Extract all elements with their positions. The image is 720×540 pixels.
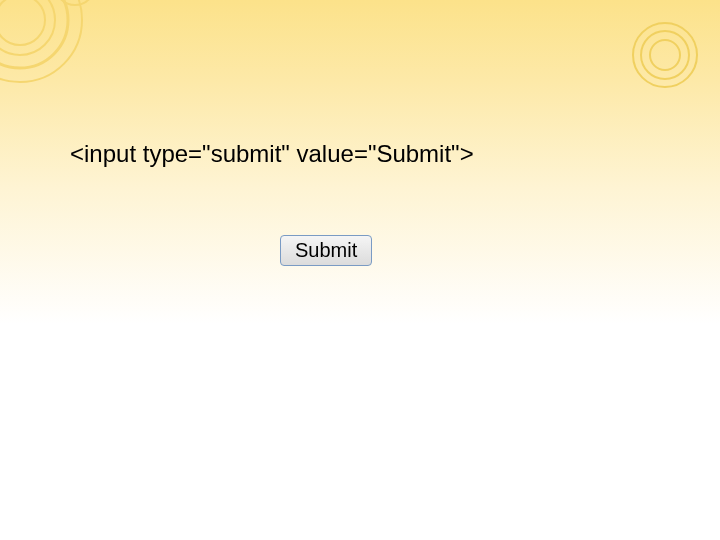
svg-point-5 xyxy=(55,0,95,5)
submit-button[interactable]: Submit xyxy=(280,235,372,266)
svg-point-1 xyxy=(0,0,55,55)
svg-point-7 xyxy=(641,31,689,79)
decorative-circles-top-left xyxy=(0,0,110,110)
svg-point-2 xyxy=(0,0,68,68)
svg-point-8 xyxy=(633,23,697,87)
submit-button-example: Submit xyxy=(280,235,372,266)
svg-point-6 xyxy=(650,40,680,70)
code-snippet-text: <input type="submit" value="Submit"> xyxy=(70,140,474,168)
decorative-circles-top-right xyxy=(630,20,700,90)
svg-point-3 xyxy=(0,0,82,82)
svg-point-0 xyxy=(0,0,45,45)
